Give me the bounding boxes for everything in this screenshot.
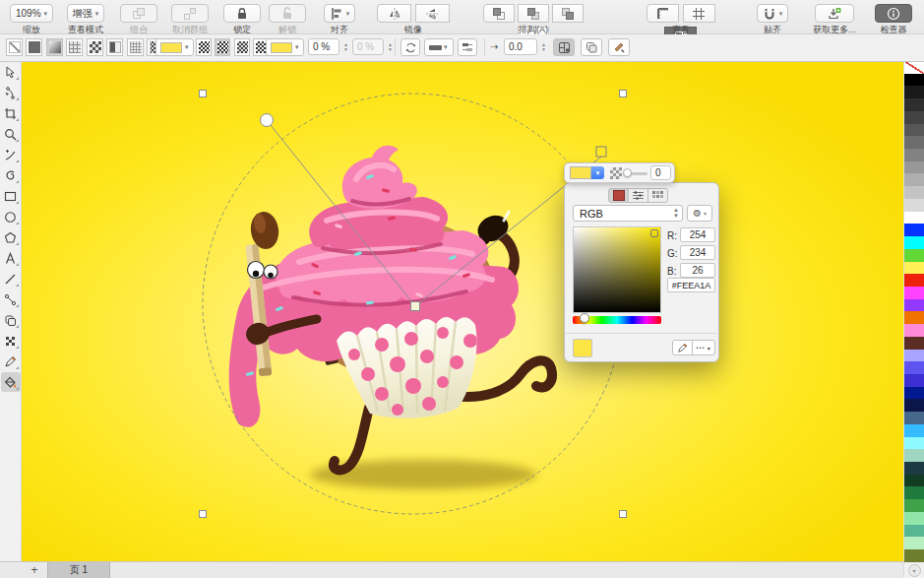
palette-swatch[interactable] (904, 486, 924, 499)
tool-spiral[interactable] (1, 165, 21, 185)
tool-shape-builder[interactable] (1, 310, 21, 330)
palette-swatch[interactable] (904, 274, 924, 287)
fill-grid-button[interactable] (127, 38, 144, 56)
grid-button[interactable] (683, 4, 715, 23)
tool-pattern[interactable] (1, 331, 21, 351)
gradient-start-handle[interactable] (261, 114, 274, 127)
fill-swatch-button[interactable] (106, 38, 123, 56)
tool-text[interactable] (1, 248, 21, 268)
palette-swatch[interactable] (904, 287, 924, 299)
tool-crop[interactable] (1, 103, 21, 123)
palette-swatch[interactable] (904, 412, 924, 424)
palette-swatch[interactable] (904, 462, 924, 475)
palette-swatch[interactable] (904, 149, 924, 161)
palette-swatch[interactable] (904, 512, 924, 525)
tab-color-swatch[interactable] (608, 188, 629, 203)
opacity-field[interactable]: 0 % (308, 38, 339, 55)
opacity-slider-knob[interactable] (623, 168, 632, 177)
get-more-button[interactable] (815, 4, 854, 23)
palette-swatch[interactable] (904, 136, 924, 149)
fill-gradient-button[interactable] (46, 38, 63, 56)
add-page-button[interactable]: + (22, 562, 47, 578)
send-backward-button[interactable] (552, 4, 584, 23)
palette-swatch[interactable] (904, 262, 924, 275)
palette-swatch[interactable] (904, 537, 924, 549)
palette-swatch[interactable] (904, 212, 924, 225)
line-style-dropdown[interactable]: ▾ (424, 38, 454, 56)
tool-polygon[interactable] (1, 227, 21, 247)
stroke-width-stepper[interactable]: ▲▼ (541, 38, 546, 55)
palette-swatch[interactable] (904, 249, 924, 262)
lock-button[interactable] (223, 4, 261, 23)
color-options-button[interactable]: ⚙ ▾ (687, 205, 712, 222)
palette-swatch[interactable] (904, 86, 924, 98)
tab-sliders[interactable] (628, 188, 648, 203)
eyedropper-button[interactable] (672, 340, 693, 355)
snap-dropdown[interactable]: ▾ (757, 4, 789, 23)
stroke-width-field[interactable]: 0.0 (504, 38, 537, 55)
palette-swatch[interactable] (904, 173, 924, 186)
edit-on-canvas-button[interactable] (553, 38, 575, 56)
opacity-value-field[interactable]: 0 (650, 165, 671, 180)
palette-scroll-button[interactable]: ▾ (908, 564, 921, 577)
fill-solid-button[interactable] (26, 38, 42, 56)
bring-forward-button[interactable] (518, 4, 549, 23)
blue-field[interactable]: 26 (680, 263, 715, 278)
gradient-direction-button[interactable] (458, 38, 477, 56)
gradient-mid-handle[interactable] (411, 302, 420, 311)
tool-zoom[interactable] (1, 124, 21, 144)
palette-swatch[interactable] (904, 161, 924, 174)
align-dropdown[interactable]: ▾ (324, 4, 356, 23)
palette-swatch[interactable] (904, 124, 924, 137)
opacity-stepper[interactable]: ▲▼ (343, 38, 348, 55)
tool-node-edit[interactable] (1, 83, 21, 102)
red-field[interactable]: 254 (680, 227, 715, 242)
color-mode-select[interactable]: RGB ▲▼ (573, 205, 683, 222)
palette-swatch[interactable] (904, 186, 924, 199)
current-color-swatch[interactable] (573, 339, 592, 357)
fill-editor-color-dropdown[interactable]: ▾ (591, 166, 604, 179)
palette-swatch[interactable] (904, 424, 924, 437)
hex-field[interactable]: #FEEA1A (667, 278, 715, 292)
copy-style-button[interactable] (581, 38, 602, 56)
fill-none-button[interactable] (6, 38, 23, 56)
pattern-1-button[interactable] (196, 38, 212, 56)
bring-to-front-button[interactable] (483, 4, 515, 23)
palette-swatch[interactable] (904, 74, 924, 87)
palette-swatch[interactable] (904, 199, 924, 212)
palette-swatch[interactable] (904, 98, 924, 111)
palette-swatch[interactable] (904, 236, 924, 249)
page-tab[interactable]: 页 1 (47, 562, 110, 578)
palette-swatch[interactable] (904, 361, 924, 374)
tool-line[interactable] (1, 269, 21, 289)
hue-slider-knob[interactable] (580, 313, 589, 323)
inspector-button[interactable] (875, 4, 912, 23)
fill-pattern-button[interactable] (87, 38, 103, 56)
tool-select[interactable] (1, 62, 21, 82)
tool-eyedropper[interactable] (1, 352, 21, 371)
palette-swatch[interactable] (904, 387, 924, 400)
swatch-none[interactable] (904, 61, 924, 74)
rulers-button[interactable] (647, 4, 679, 23)
swap-colors-button[interactable] (400, 38, 420, 56)
apply-style-button[interactable] (608, 38, 630, 56)
tab-palette-grid[interactable] (647, 188, 668, 203)
tool-connector[interactable] (1, 289, 21, 309)
palette-swatch[interactable] (904, 374, 924, 387)
palette-swatch[interactable] (904, 549, 924, 562)
palette-swatch[interactable] (904, 475, 924, 487)
color-picker-cursor[interactable] (650, 229, 658, 237)
view-mode-dropdown[interactable]: 增强▾ (67, 4, 105, 23)
palette-swatch[interactable] (904, 224, 924, 236)
tool-draw[interactable] (1, 145, 21, 164)
saturation-brightness-field[interactable] (573, 226, 661, 313)
palette-swatch[interactable] (904, 449, 924, 462)
palette-swatch[interactable] (904, 111, 924, 124)
fill-editor-swatch[interactable] (570, 166, 591, 179)
stroke-color-dropdown[interactable]: ▾ (266, 38, 304, 56)
palette-swatch[interactable] (904, 337, 924, 350)
pattern-3-button[interactable] (234, 38, 250, 56)
tool-fill[interactable] (1, 372, 21, 392)
fill-color-dropdown[interactable]: ▾ (155, 38, 194, 56)
pattern-2-button[interactable] (215, 38, 230, 56)
